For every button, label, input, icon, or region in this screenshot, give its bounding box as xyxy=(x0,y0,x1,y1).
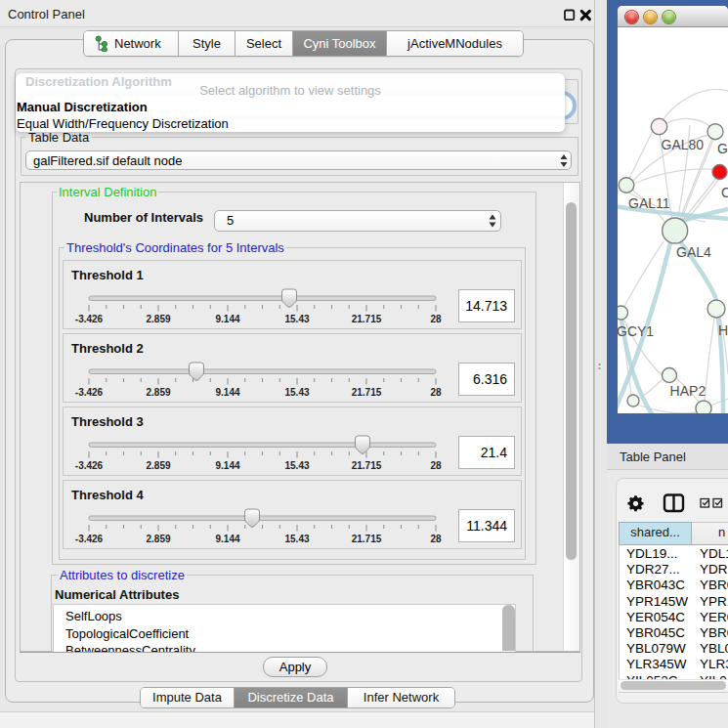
svg-text:21.715: 21.715 xyxy=(352,460,382,471)
svg-text:15.43: 15.43 xyxy=(284,314,309,324)
svg-text:HAP2: HAP2 xyxy=(670,383,707,399)
svg-text:-3.426: -3.426 xyxy=(75,460,104,471)
svg-text:2.859: 2.859 xyxy=(146,314,170,324)
svg-text:21.715: 21.715 xyxy=(352,387,382,398)
svg-text:-3.426: -3.426 xyxy=(75,314,104,324)
svg-text:GAL11: GAL11 xyxy=(628,195,670,211)
svg-text:9.144: 9.144 xyxy=(215,314,239,324)
svg-text:C: C xyxy=(721,185,728,200)
svg-text:28: 28 xyxy=(430,534,442,544)
svg-text:9.144: 9.144 xyxy=(215,387,239,398)
svg-text:2.859: 2.859 xyxy=(146,387,170,398)
svg-text:GA: GA xyxy=(717,141,728,156)
svg-text:GAL4: GAL4 xyxy=(676,244,711,260)
svg-text:28: 28 xyxy=(430,314,442,324)
svg-text:-3.426: -3.426 xyxy=(75,387,104,398)
svg-text:28: 28 xyxy=(430,460,442,471)
svg-text:21.715: 21.715 xyxy=(352,314,382,324)
svg-text:2.859: 2.859 xyxy=(146,460,170,471)
svg-text:15.43: 15.43 xyxy=(284,387,309,398)
svg-text:-3.426: -3.426 xyxy=(75,534,104,544)
svg-text:9.144: 9.144 xyxy=(215,534,239,544)
svg-text:GAL80: GAL80 xyxy=(662,137,705,152)
svg-text:28: 28 xyxy=(430,387,442,398)
svg-text:9.144: 9.144 xyxy=(215,460,239,471)
svg-text:H: H xyxy=(718,322,728,338)
svg-text:21.715: 21.715 xyxy=(352,534,382,544)
svg-text:GCY1: GCY1 xyxy=(618,323,654,339)
svg-text:15.43: 15.43 xyxy=(284,534,309,544)
svg-text:15.43: 15.43 xyxy=(284,460,309,471)
svg-text:2.859: 2.859 xyxy=(146,534,170,544)
